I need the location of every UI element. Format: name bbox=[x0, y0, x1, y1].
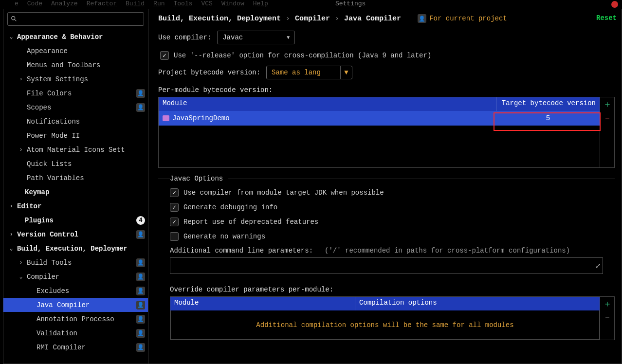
sidebar-item-label: Excludes bbox=[37, 287, 136, 295]
menu-item[interactable]: Run bbox=[153, 0, 165, 7]
sidebar-item[interactable]: ⌄Compiler👤 bbox=[3, 270, 148, 284]
sidebar-item-label: RMI Compiler bbox=[37, 344, 136, 351]
sidebar-item[interactable]: Excludes👤 bbox=[3, 284, 148, 298]
sidebar-item[interactable]: Validation👤 bbox=[3, 326, 148, 340]
additional-params-label: Additional command line parameters: bbox=[170, 247, 313, 255]
chevron-right-icon: › bbox=[7, 231, 15, 238]
window-close-icon[interactable] bbox=[611, 1, 618, 8]
javac-opt3-checkbox[interactable] bbox=[170, 218, 179, 226]
per-module-table: Module Target bytecode version JavaSprin… bbox=[158, 97, 600, 168]
menu-item[interactable]: Build bbox=[126, 0, 145, 7]
chevron-right-icon: › bbox=[17, 259, 25, 266]
search-input[interactable] bbox=[7, 12, 144, 26]
javac-opt3-label: Report use of deprecated features bbox=[183, 218, 318, 226]
javac-opt2-checkbox[interactable] bbox=[170, 203, 179, 212]
window-tab-title: Settings bbox=[335, 0, 366, 7]
table-row[interactable]: JavaSpringDemo 5 bbox=[159, 111, 600, 126]
override-params-label: Override compiler parameters per-module: bbox=[170, 286, 615, 293]
menu-item[interactable]: Refactor bbox=[87, 0, 117, 7]
sidebar-item-label: Editor bbox=[17, 202, 145, 210]
javac-options-legend: Javac Options bbox=[170, 175, 228, 182]
person-icon: 👤 bbox=[136, 103, 145, 112]
chevron-down-icon: ▼ bbox=[287, 35, 290, 40]
sidebar-item[interactable]: Power Mode II bbox=[3, 128, 148, 143]
sidebar-item[interactable]: Java Compiler👤 bbox=[3, 298, 148, 312]
additional-params-input[interactable]: ⤢ bbox=[170, 257, 603, 274]
column-header-target[interactable]: Target bytecode version bbox=[496, 97, 600, 111]
add-override-button[interactable]: ＋ bbox=[600, 297, 614, 310]
chevron-down-icon: ⌄ bbox=[7, 245, 15, 252]
javac-opt2-label: Generate debugging info bbox=[183, 203, 277, 211]
person-icon: 👤 bbox=[136, 329, 145, 338]
sidebar-item-label: Validation bbox=[37, 329, 136, 337]
column-header-options[interactable]: Compilation options bbox=[355, 297, 600, 310]
person-icon: 👤 bbox=[136, 301, 145, 309]
release-option-checkbox[interactable] bbox=[160, 51, 169, 60]
sidebar-item-label: Quick Lists bbox=[27, 160, 145, 168]
chevron-right-icon: › bbox=[7, 203, 15, 210]
menu-item[interactable]: Help bbox=[253, 0, 268, 7]
sidebar-item[interactable]: ›Editor bbox=[3, 199, 148, 213]
menu-item[interactable]: Tools bbox=[173, 0, 192, 7]
person-icon: 👤 bbox=[136, 258, 145, 267]
sidebar-item[interactable]: ›Atom Material Icons Sett bbox=[3, 143, 148, 157]
column-header-module[interactable]: Module bbox=[170, 297, 355, 310]
sidebar-item[interactable]: Notifications bbox=[3, 114, 148, 128]
add-module-button[interactable]: ＋ bbox=[600, 97, 614, 111]
sidebar-item[interactable]: Plugins4 bbox=[3, 213, 148, 227]
sidebar-item[interactable]: Menus and Toolbars bbox=[3, 58, 148, 72]
sidebar-item-label: Appearance & Behavior bbox=[17, 33, 145, 41]
sidebar-item[interactable]: ›System Settings bbox=[3, 72, 148, 86]
menu-item[interactable]: Code bbox=[27, 0, 42, 7]
sidebar-item[interactable]: Keymap bbox=[3, 185, 148, 199]
sidebar-item[interactable]: Annotation Processo👤 bbox=[3, 312, 148, 326]
release-option-label: Use '--release' option for cross-compila… bbox=[174, 52, 431, 59]
project-bytecode-label: Project bytecode version: bbox=[158, 69, 260, 76]
module-folder-icon bbox=[163, 115, 169, 121]
javac-opt4-checkbox[interactable] bbox=[170, 232, 179, 241]
chevron-down-icon[interactable]: ▼ bbox=[340, 66, 352, 79]
menu-item[interactable]: Analyze bbox=[51, 0, 78, 7]
sidebar-item-label: Power Mode II bbox=[27, 132, 145, 140]
person-icon: 👤 bbox=[136, 89, 145, 98]
column-header-module[interactable]: Module bbox=[159, 97, 496, 111]
settings-content: Build, Execution, Deployment › Compiler … bbox=[148, 9, 622, 364]
sidebar-item[interactable]: Scopes👤 bbox=[3, 100, 148, 114]
use-compiler-select[interactable]: Javac ▼ bbox=[217, 31, 295, 44]
menu-item[interactable]: VCS bbox=[201, 0, 213, 7]
menu-item[interactable]: e bbox=[15, 0, 18, 7]
sidebar-item-label: Annotation Processo bbox=[37, 315, 136, 323]
javac-opt1-checkbox[interactable] bbox=[170, 188, 179, 197]
sidebar-item[interactable]: ›Version Control👤 bbox=[3, 227, 148, 241]
sidebar-item[interactable]: File Colors👤 bbox=[3, 86, 148, 100]
remove-module-button[interactable]: － bbox=[600, 111, 614, 125]
menu-item[interactable]: Window bbox=[221, 0, 244, 7]
additional-params-hint: ('/' recommended in paths for cross-plat… bbox=[325, 247, 570, 255]
reset-button[interactable]: Reset bbox=[596, 14, 617, 22]
sidebar-item-label: Keymap bbox=[25, 188, 145, 196]
sidebar-item[interactable]: ›Build Tools👤 bbox=[3, 255, 148, 270]
project-bytecode-select[interactable]: Same as lang ▼ bbox=[266, 66, 352, 79]
sidebar-item[interactable]: RMI Compiler👤 bbox=[3, 340, 148, 354]
sidebar-item-label: Build, Execution, Deploymer bbox=[17, 245, 145, 253]
breadcrumb-part: Java Compiler bbox=[344, 15, 401, 23]
breadcrumb: Build, Execution, Deployment › Compiler … bbox=[158, 14, 615, 23]
chevron-right-icon: › bbox=[17, 76, 25, 83]
per-module-label: Per-module bytecode version: bbox=[158, 86, 615, 94]
sidebar-item-label: Notifications bbox=[27, 118, 145, 126]
person-icon: 👤 bbox=[136, 287, 145, 295]
override-table: Module Compilation options Additional co… bbox=[170, 296, 600, 340]
sidebar-item-label: Atom Material Icons Sett bbox=[27, 146, 145, 154]
sidebar-item[interactable]: ⌄Build, Execution, Deploymer bbox=[3, 241, 148, 255]
target-bytecode-cell[interactable]: 5 bbox=[546, 114, 550, 122]
for-current-project-label: 👤 For current project bbox=[418, 14, 507, 23]
settings-sidebar: ⌄Appearance & BehaviorAppearanceMenus an… bbox=[3, 9, 148, 364]
sidebar-item[interactable]: ⌄Appearance & Behavior bbox=[3, 30, 148, 44]
expand-icon[interactable]: ⤢ bbox=[595, 262, 600, 270]
use-compiler-label: Use compiler: bbox=[158, 34, 211, 41]
sidebar-item[interactable]: Quick Lists bbox=[3, 157, 148, 171]
sidebar-item-label: Path Variables bbox=[27, 174, 145, 182]
remove-override-button: － bbox=[600, 310, 614, 324]
sidebar-item[interactable]: Appearance bbox=[3, 44, 148, 58]
sidebar-item[interactable]: Path Variables bbox=[3, 171, 148, 185]
